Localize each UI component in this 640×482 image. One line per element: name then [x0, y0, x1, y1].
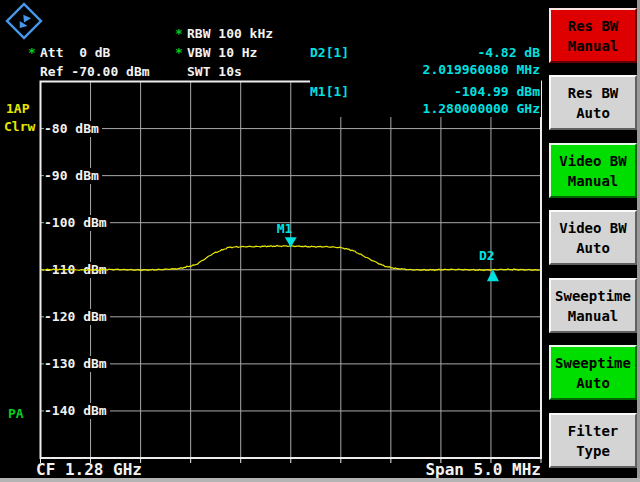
window-edge-bottom	[0, 478, 640, 482]
softkey-res-bw-manual[interactable]: Res BWManual	[549, 8, 637, 63]
main-marker-name: M1[1]	[310, 84, 349, 101]
ref-level-readout: Ref -70.00 dBm	[40, 64, 150, 79]
y-tick-label: -130 dBm	[44, 356, 110, 372]
swt-readout: SWT 10s	[187, 64, 242, 79]
delta-marker-icon	[487, 269, 499, 281]
delta-marker-frequency: 2.019960080 MHz	[310, 62, 540, 79]
softkey-filter-type[interactable]: FilterType	[549, 413, 637, 468]
softkey-sweeptime-auto[interactable]: SweeptimeAuto	[549, 345, 637, 400]
delta-marker-level: -4.82 dB	[349, 45, 540, 62]
spectrum-analyzer-screen: * Att 0 dB Ref -70.00 dBm * RBW 100 kHz …	[0, 0, 640, 482]
softkey-label-line: Manual	[551, 171, 635, 191]
main-marker-level: -104.99 dBm	[349, 84, 540, 101]
softkey-label-line: Manual	[551, 36, 635, 56]
att-readout: Att 0 dB	[40, 45, 110, 60]
main-marker-freq-row: 1.280000000 GHz	[310, 101, 540, 118]
delta-marker-readout-row: D2[1] -4.82 dB	[310, 45, 540, 62]
span-readout: Span 5.0 MHz	[425, 461, 541, 478]
softkey-video-bw-manual[interactable]: Video BWManual	[549, 143, 637, 198]
softkey-label-line: Type	[551, 441, 635, 461]
softkey-sweeptime-manual[interactable]: SweeptimeManual	[549, 278, 637, 333]
y-tick-label: -140 dBm	[44, 403, 110, 419]
main-marker-frequency: 1.280000000 GHz	[310, 101, 540, 118]
softkey-res-bw-auto[interactable]: Res BWAuto	[549, 75, 637, 130]
rbw-readout: RBW 100 kHz	[187, 26, 273, 41]
softkey-label-line: Auto	[551, 373, 635, 393]
main-marker-readout-box: M1[1] -104.99 dBm 1.280000000 GHz	[310, 79, 541, 117]
softkey-label-line: Video BW	[551, 151, 635, 171]
softkey-label-line: Sweeptime	[551, 286, 635, 306]
main-marker-readout-row: M1[1] -104.99 dBm	[310, 84, 540, 101]
softkey-label-line: Res BW	[551, 83, 635, 103]
y-tick-label: -120 dBm	[44, 309, 110, 325]
trace-mode-label: 1AP	[6, 101, 29, 116]
vbw-coupled-star: *	[175, 45, 183, 60]
spectrum-trace	[42, 246, 540, 271]
y-tick-label: -90 dBm	[44, 168, 102, 184]
trace-detector-label: Clrw	[4, 119, 35, 134]
delta-marker-name: D2[1]	[310, 45, 349, 62]
softkey-label-line: Auto	[551, 238, 635, 258]
y-tick-label: -100 dBm	[44, 215, 110, 231]
y-tick-label: -110 dBm	[44, 262, 110, 278]
softkey-video-bw-auto[interactable]: Video BWAuto	[549, 210, 637, 265]
vbw-readout: VBW 10 Hz	[187, 45, 257, 60]
center-frequency-readout: CF 1.28 GHz	[36, 461, 142, 478]
main-marker-icon	[285, 237, 297, 247]
softkey-label-line: Manual	[551, 306, 635, 326]
rs-logo-icon	[3, 1, 43, 41]
softkey-label-line: Sweeptime	[551, 353, 635, 373]
delta-marker-label: D2	[479, 248, 495, 263]
softkey-label-line: Auto	[551, 103, 635, 123]
rbw-coupled-star: *	[175, 26, 183, 41]
att-coupled-star: *	[28, 45, 36, 60]
y-tick-label: -80 dBm	[44, 121, 102, 137]
main-marker-label: M1	[277, 221, 293, 236]
softkey-label-line: Res BW	[551, 16, 635, 36]
softkey-label-line: Video BW	[551, 218, 635, 238]
delta-marker-freq-row: 2.019960080 MHz	[310, 62, 540, 79]
preamp-label: PA	[8, 406, 24, 421]
softkey-label-line: Filter	[551, 421, 635, 441]
